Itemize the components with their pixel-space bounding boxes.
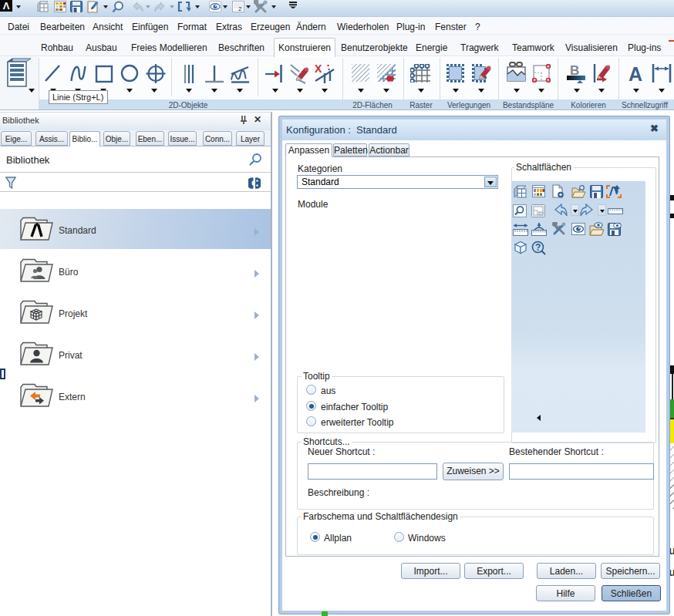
svg-text:?: ? [535, 242, 541, 253]
svg-text:2: 2 [238, 5, 242, 12]
svg-text:X: X [315, 63, 322, 75]
svg-text:A: A [629, 64, 642, 83]
